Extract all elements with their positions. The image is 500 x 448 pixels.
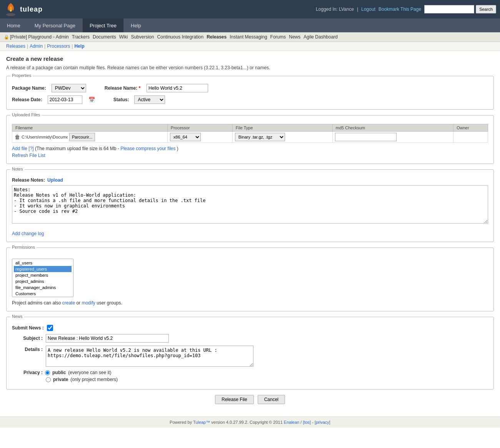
sub-nav-forums[interactable]: Forums <box>270 34 286 40</box>
processor-select[interactable]: x86_64 i386 Any Other <box>170 133 201 141</box>
release-file-button[interactable]: Release File <box>215 395 254 404</box>
uploaded-files-legend: Uploaded Files <box>10 112 42 117</box>
compress-link[interactable]: Please compress your files <box>120 146 175 151</box>
create-group-link[interactable]: create <box>62 300 75 306</box>
table-row: 🗑 C:\Users\mmidy\Docume Parcourir... x86… <box>12 132 488 143</box>
perm-registered-users[interactable]: registered_users <box>14 266 72 272</box>
perm-shelter[interactable]: Shelter <box>14 297 72 297</box>
subject-label: Subject : <box>12 336 43 341</box>
modify-group-link[interactable]: modify <box>82 300 95 306</box>
lock-icon: 🔒 <box>4 35 9 40</box>
md5-input[interactable] <box>335 133 397 141</box>
add-file-link[interactable]: Add file [?] <box>12 146 34 151</box>
details-textarea[interactable]: A new release Hello World v5.2 is now av… <box>46 346 253 367</box>
perm-file-manager-admins[interactable]: file_manager_admins <box>14 284 72 291</box>
top-bar: tuleap Logged In: LVance | Logout Bookma… <box>0 0 500 18</box>
footer-powered-by: Powered by <box>170 420 193 425</box>
sub-nav-wiki[interactable]: Wiki <box>119 34 128 40</box>
sub-nav-trackers[interactable]: Trackers <box>72 34 90 40</box>
file-actions: Add file [?] (The maximum upload file si… <box>12 146 488 151</box>
tuleap-link[interactable]: Tuleap™ <box>193 420 210 425</box>
processor-cell: x86_64 i386 Any Other <box>167 132 232 143</box>
file-cell: 🗑 C:\Users\mmidy\Docume Parcourir... <box>12 132 168 143</box>
page-content: Create a new release A release of a pack… <box>0 51 500 409</box>
footer-dash: - <box>312 420 315 425</box>
permissions-list-area: all_users registered_users project_membe… <box>12 256 488 297</box>
subject-input[interactable] <box>46 334 169 343</box>
sub-nav-subversion[interactable]: Subversion <box>131 34 154 40</box>
privacy-public-radio[interactable] <box>45 370 50 375</box>
perm-all-users[interactable]: all_users <box>14 260 72 266</box>
app-name-text: tuleap <box>20 5 43 13</box>
perm-customers[interactable]: Customers <box>14 291 72 297</box>
col-md5: md5 Checksum <box>332 124 453 132</box>
submit-news-label: Submit News : <box>12 325 44 331</box>
status-label: Status: <box>113 97 129 102</box>
refresh-area: Refresh File List <box>12 153 488 158</box>
permissions-listbox[interactable]: all_users registered_users project_membe… <box>12 259 73 297</box>
cancel-button[interactable]: Cancel <box>258 395 285 404</box>
files-table: Filename Processor File Type md5 Checksu… <box>12 124 488 143</box>
nav-my-personal-page[interactable]: My Personal Page <box>28 18 83 32</box>
release-name-input[interactable] <box>147 84 208 92</box>
breadcrumb-releases-link[interactable]: Releases <box>6 43 25 49</box>
refresh-link[interactable]: Refresh File List <box>12 153 45 158</box>
nav-project-tree[interactable]: Project Tree <box>83 18 124 32</box>
privacy-label: Privacy : <box>12 370 43 375</box>
trash-icon[interactable]: 🗑 <box>15 134 20 140</box>
parcourir-button[interactable]: Parcourir... <box>69 133 95 141</box>
search-button[interactable]: Search <box>476 5 496 13</box>
page-description: A release of a package can contain multi… <box>6 65 494 70</box>
notes-textarea[interactable]: Notes: Release Notes v1 of Hello-World a… <box>12 185 488 224</box>
enalean-link[interactable]: Enalean <box>284 420 299 425</box>
sub-nav-news[interactable]: News <box>289 34 300 40</box>
package-name-select[interactable]: PWDev <box>52 84 86 92</box>
sub-nav-im[interactable]: Instant Messaging <box>230 34 267 40</box>
button-row: Release File Cancel <box>6 395 494 404</box>
breadcrumb-area: 🔒 [Private] Playground » Admin Trackers … <box>4 34 338 40</box>
breadcrumb-admin-link[interactable]: Admin <box>30 43 43 49</box>
perm-project-admins[interactable]: project_admins <box>14 278 72 284</box>
upload-link[interactable]: Upload <box>47 177 63 183</box>
sub-nav-project[interactable]: [Private] Playground <box>10 34 52 40</box>
filetype-select[interactable]: Binary .tar.gz, .tgz Binary .zip Other B… <box>235 133 285 141</box>
permissions-section: Permissions all_users registered_users p… <box>6 247 494 311</box>
sub-nav-admin[interactable]: Admin <box>56 34 69 40</box>
status-select[interactable]: Active Hidden Deleted <box>134 95 165 104</box>
perm-note: Project admins can also create or modify… <box>12 300 488 306</box>
properties-section: Properties Package Name: PWDev Release N… <box>6 76 494 110</box>
release-date-input[interactable] <box>48 95 82 104</box>
privacy-private-radio[interactable] <box>46 377 51 382</box>
package-name-value: PWDev <box>52 84 86 92</box>
breadcrumb-help-link[interactable]: Help <box>74 43 84 49</box>
details-label: Details : <box>12 346 43 352</box>
calendar-icon[interactable]: 📅 <box>88 97 95 103</box>
separator-pipe: | <box>357 7 358 12</box>
filetype-cell: Binary .tar.gz, .tgz Binary .zip Other B… <box>232 132 332 143</box>
news-legend: News <box>10 314 24 319</box>
page-breadcrumb: Releases | Admin | Processors | Help <box>0 42 500 51</box>
search-input[interactable] <box>424 5 474 13</box>
sub-nav-documents[interactable]: Documents <box>93 34 116 40</box>
add-changelog-link[interactable]: Add change log <box>12 231 44 236</box>
page-title: Create a new release <box>6 55 494 62</box>
notes-legend: Notes <box>10 167 25 171</box>
sub-nav-agile[interactable]: Agile Dashboard <box>303 34 338 40</box>
perm-project-members[interactable]: project_members <box>14 272 72 278</box>
privacy-link[interactable]: [privacy] <box>315 420 330 425</box>
footer-version: version 4.0.27.99.2. Copyright © 2011 <box>211 420 284 425</box>
privacy-public-note: (everyone can see it) <box>68 370 111 375</box>
submit-news-checkbox[interactable] <box>47 325 53 331</box>
bookmark-link[interactable]: Bookmark This Page <box>378 7 421 12</box>
tos-link[interactable]: [tos] <box>303 420 311 425</box>
sub-nav-ci[interactable]: Continuous Integration <box>157 34 203 40</box>
breadcrumb-processors-link[interactable]: Processors <box>47 43 70 49</box>
nav-home[interactable]: Home <box>0 18 28 32</box>
notes-section: Notes Release Notes: Upload Notes: Relea… <box>6 169 494 242</box>
nav-help[interactable]: Help <box>124 18 148 32</box>
sub-nav-releases[interactable]: Releases <box>207 34 227 40</box>
subject-row: Subject : <box>12 334 488 343</box>
logout-link[interactable]: Logout <box>361 7 375 12</box>
svg-point-0 <box>6 13 15 16</box>
privacy-section: Privacy : public (everyone can see it) p… <box>12 370 488 382</box>
